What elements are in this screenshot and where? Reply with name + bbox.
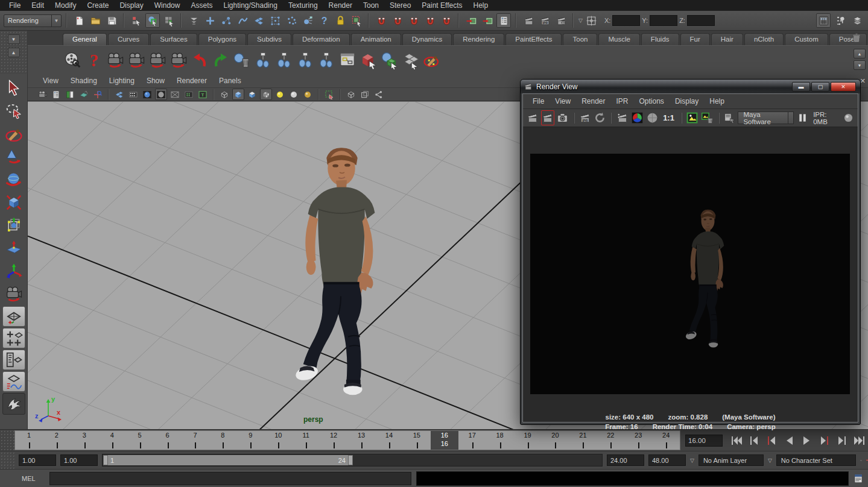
go-to-end-icon[interactable]: [851, 433, 867, 448]
ipr-render-icon[interactable]: [578, 110, 592, 125]
lock-selection-icon[interactable]: [333, 13, 347, 28]
shelf-menu-button[interactable]: ▼: [8, 34, 20, 44]
toolbar-separator[interactable]: [179, 13, 183, 28]
set-key-icon[interactable]: [860, 455, 862, 466]
shelf-tab-toggle[interactable]: ▼ ▲: [0, 31, 28, 74]
x-input[interactable]: [612, 15, 640, 26]
render-settings-icon[interactable]: [554, 13, 568, 28]
show-manipulator-icon[interactable]: [2, 260, 25, 282]
panel-menu-item[interactable]: Shading: [65, 76, 103, 86]
two-d-pan-zoom-icon[interactable]: [92, 89, 104, 100]
play-forwards-icon[interactable]: [799, 433, 815, 448]
timeline-frame[interactable]: 21 21: [569, 431, 597, 450]
timeline-frame[interactable]: 17 17: [458, 431, 486, 450]
command-input[interactable]: [49, 472, 411, 485]
rgb-channels-icon[interactable]: [630, 110, 644, 125]
range-grip[interactable]: [0, 451, 14, 470]
delete-object-icon[interactable]: [233, 51, 251, 69]
construction-history-icon[interactable]: [496, 13, 511, 28]
soft-modification-icon[interactable]: [2, 237, 25, 259]
lasso-tool-icon[interactable]: [2, 100, 25, 122]
timeline-frame[interactable]: 13 13: [347, 431, 375, 450]
step-back-frame-icon[interactable]: [746, 433, 762, 448]
toolbar-separator[interactable]: [65, 13, 69, 28]
timeline-frame[interactable]: 6 6: [154, 431, 182, 450]
paint-select-tool-icon[interactable]: [2, 123, 25, 145]
menu-item[interactable]: Display: [114, 1, 148, 10]
render-view-titlebar[interactable]: Render View ▬ ▢ ✕: [521, 80, 860, 93]
timeline-frame[interactable]: 2 2: [43, 431, 71, 450]
maximize-button[interactable]: ▢: [811, 82, 829, 92]
smooth-shade-icon[interactable]: [232, 89, 244, 100]
chevron-down-icon[interactable]: ▽: [578, 17, 583, 24]
menu-item[interactable]: Edit: [26, 1, 49, 10]
stop-ipr-icon[interactable]: [841, 110, 855, 125]
timeline-frame[interactable]: 7 7: [182, 431, 209, 450]
timeline-frame[interactable]: 14 14: [375, 431, 403, 450]
render-icon[interactable]: [526, 110, 539, 125]
shelf-tab[interactable]: Rendering: [453, 33, 504, 45]
grid-icon[interactable]: [113, 89, 125, 100]
open-render-settings-icon[interactable]: [723, 110, 737, 125]
chevron-down-icon[interactable]: ▽: [768, 457, 772, 463]
animation-start-field[interactable]: [19, 454, 56, 466]
toolbar-separator[interactable]: [367, 13, 371, 28]
panel-menu-item[interactable]: View: [37, 76, 64, 86]
input-connections-icon[interactable]: [464, 13, 478, 28]
timeline-frame[interactable]: 9 9: [236, 431, 264, 450]
refresh-icon[interactable]: [594, 110, 607, 125]
snap-curve-icon[interactable]: [390, 13, 405, 28]
timeline-frame[interactable]: 4 4: [98, 431, 126, 450]
select-joints-icon[interactable]: [219, 13, 233, 28]
menu-item[interactable]: Lighting/Shading: [218, 1, 282, 10]
menu-item[interactable]: File: [4, 1, 26, 10]
shelf-tab[interactable]: nCloth: [744, 33, 784, 45]
shelf-tab[interactable]: Fur: [680, 33, 710, 45]
render-view-menu-item[interactable]: View: [550, 96, 575, 106]
help-icon[interactable]: [85, 51, 103, 69]
resolution-gate-icon[interactable]: [141, 89, 153, 100]
timeline-frame[interactable]: 11 11: [292, 431, 320, 450]
timeline-frame[interactable]: 1 1: [15, 431, 43, 450]
snap-point-icon[interactable]: [407, 13, 421, 28]
render-view-menu-item[interactable]: Render: [577, 96, 610, 106]
timeline-frame[interactable]: 23 23: [624, 431, 652, 450]
move-tool-icon[interactable]: [2, 146, 25, 168]
ipr-render-icon[interactable]: [537, 13, 552, 28]
paint-selection-icon[interactable]: [423, 51, 441, 69]
layout-persp-graph-icon[interactable]: [2, 371, 25, 392]
select-deformations-icon[interactable]: [268, 13, 282, 28]
render-view-menu-item[interactable]: Options: [635, 96, 669, 106]
wireframe-icon[interactable]: [218, 89, 230, 100]
snap-grid-icon[interactable]: [374, 13, 388, 28]
symmetry-icon[interactable]: [584, 13, 599, 28]
timeline-frame[interactable]: 5 5: [126, 431, 154, 450]
timeline-frame[interactable]: 10 10: [264, 431, 292, 450]
select-all-icon[interactable]: [402, 51, 420, 69]
shelf-tab[interactable]: Hair: [711, 33, 743, 45]
camera-attributes-icon[interactable]: [50, 89, 62, 100]
select-rendering-icon[interactable]: [300, 13, 315, 28]
play-backwards-icon[interactable]: [781, 433, 797, 448]
shelf-tab[interactable]: Subdivs: [247, 33, 291, 45]
script-editor-icon[interactable]: [852, 472, 865, 485]
toolbar-separator[interactable]: [514, 13, 518, 28]
select-by-object-icon[interactable]: [360, 51, 378, 69]
timeline-ruler[interactable]: 1 1 2 2 3 3 4 4 5 5 6 6 7 7 8: [14, 430, 680, 450]
step-forward-frame-icon[interactable]: [834, 433, 850, 448]
render-current-frame-icon[interactable]: [521, 13, 536, 28]
playback-range-bar[interactable]: 1 24: [103, 455, 353, 465]
universal-manipulator-icon[interactable]: [2, 215, 25, 236]
select-tool-icon[interactable]: [2, 77, 25, 99]
menu-item[interactable]: Render: [323, 1, 358, 10]
file-open-icon[interactable]: [88, 13, 103, 28]
timeline-frame[interactable]: 20 20: [542, 431, 569, 450]
insert-joint-icon[interactable]: [296, 51, 314, 69]
undo-icon[interactable]: [191, 51, 209, 69]
shelf-collapse-button[interactable]: ▲: [8, 48, 20, 57]
timeline-frame[interactable]: 3 3: [71, 431, 98, 450]
playback-end-field[interactable]: [607, 454, 644, 466]
show-tool-settings-icon[interactable]: [833, 13, 847, 28]
panel-menu-item[interactable]: Show: [141, 76, 170, 86]
shelf-tab[interactable]: Fluids: [641, 33, 679, 45]
